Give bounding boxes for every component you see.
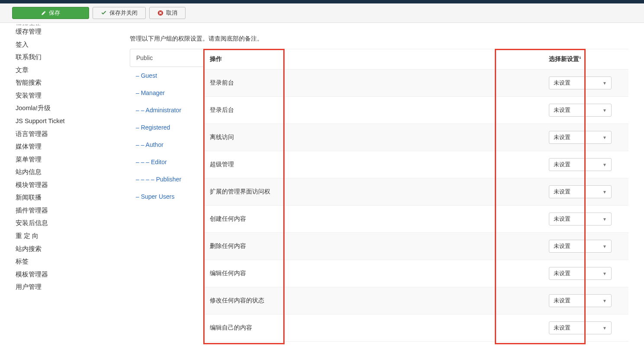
save-button[interactable]: 保存 (12, 7, 89, 19)
permission-select[interactable]: 未设置▼ (549, 267, 612, 280)
permissions-intro: 管理以下用户组的权限设置。请查阅底部的备注。 (130, 35, 628, 43)
permission-select-value: 未设置 (554, 133, 570, 141)
permissions-wrap: Public– Guest– Manager– – Administrator–… (130, 49, 628, 342)
sidebar-item[interactable]: 缓存管理 (16, 25, 121, 38)
chevron-down-icon: ▼ (602, 81, 607, 86)
sidebar-item[interactable]: 横幅广告 (16, 21, 121, 25)
permissions-table: 操作 选择新设置¹ 登录前台未设置▼登录后台未设置▼离线访问未设置▼超级管理未设… (203, 49, 628, 342)
permission-action-label: 编辑任何内容 (204, 260, 542, 287)
permission-select-value: 未设置 (554, 161, 570, 168)
permission-select[interactable]: 未设置▼ (549, 294, 612, 307)
save-close-button-label: 保存并关闭 (109, 9, 138, 17)
usergroup-tab[interactable]: – Registered (130, 119, 203, 136)
permission-setting-cell: 未设置▼ (542, 178, 628, 205)
permission-select[interactable]: 未设置▼ (549, 321, 612, 334)
permission-row: 修改任何内容的状态未设置▼ (204, 287, 628, 314)
permissions-layout: Public– Guest– Manager– – Administrator–… (130, 49, 628, 342)
permission-setting-cell: 未设置▼ (542, 260, 628, 287)
permission-setting-cell: 未设置▼ (542, 97, 628, 124)
permission-select[interactable]: 未设置▼ (549, 104, 612, 117)
header-action: 操作 (204, 49, 542, 70)
usergroup-tab[interactable]: – Manager (130, 84, 203, 102)
permission-action-label: 创建任何内容 (204, 206, 542, 232)
chevron-down-icon: ▼ (602, 135, 607, 140)
usergroup-tab[interactable]: – – Author (130, 136, 203, 153)
permission-select-value: 未设置 (554, 297, 570, 305)
permission-select-value: 未设置 (554, 106, 570, 114)
permission-select[interactable]: 未设置▼ (549, 158, 612, 171)
permission-setting-cell: 未设置▼ (542, 287, 628, 314)
permission-select[interactable]: 未设置▼ (549, 240, 612, 253)
permission-select[interactable]: 未设置▼ (549, 131, 612, 144)
permission-setting-cell: 未设置▼ (542, 206, 628, 232)
sidebar-item[interactable]: 签入 (16, 38, 121, 51)
cancel-button-label: 取消 (166, 9, 177, 17)
permission-select-value: 未设置 (554, 79, 570, 87)
top-bar (0, 0, 644, 3)
permission-row: 删除任何内容未设置▼ (204, 233, 628, 260)
permission-select[interactable]: 未设置▼ (549, 76, 612, 89)
usergroup-tab[interactable]: – – – Editor (130, 153, 203, 171)
sidebar-item[interactable]: 安装管理 (16, 89, 121, 102)
permission-action-label: 编辑自己的内容 (204, 314, 542, 341)
sidebar-item[interactable]: 媒体管理 (16, 140, 121, 153)
sidebar-item[interactable]: 模板管理器 (16, 268, 121, 281)
save-button-label: 保存 (49, 9, 60, 17)
chevron-down-icon: ▼ (602, 271, 607, 276)
sidebar-item[interactable]: JS Support Ticket (16, 115, 121, 128)
cancel-icon (157, 10, 163, 16)
usergroup-tab[interactable]: – – – – Publisher (130, 171, 203, 188)
sidebar-item[interactable]: 文章 (16, 64, 121, 77)
sidebar-item[interactable]: 新闻联播 (16, 191, 121, 204)
permission-setting-cell: 未设置▼ (542, 314, 628, 341)
sidebar-item[interactable]: 站内信息 (16, 166, 121, 179)
sidebar-item[interactable]: Joomla!升级 (16, 102, 121, 115)
permission-setting-cell: 未设置▼ (542, 233, 628, 260)
usergroup-tab[interactable]: – Super Users (130, 188, 203, 205)
permission-select-value: 未设置 (554, 215, 570, 223)
sidebar-item[interactable]: 标签 (16, 255, 121, 268)
permission-action-label: 登录前台 (204, 70, 542, 96)
permission-setting-cell: 未设置▼ (542, 70, 628, 96)
usergroup-tabs: Public– Guest– Manager– – Administrator–… (130, 49, 203, 342)
toolbar: 保存 保存并关闭 取消 (0, 3, 644, 23)
sidebar-item[interactable]: 语言管理器 (16, 128, 121, 141)
permission-row: 创建任何内容未设置▼ (204, 206, 628, 233)
permission-action-label: 扩展的管理界面访问权 (204, 178, 542, 205)
header-setting: 选择新设置¹ (542, 49, 628, 70)
sidebar-item[interactable]: 智能搜索 (16, 76, 121, 89)
permission-action-label: 离线访问 (204, 124, 542, 151)
permission-row: 离线访问未设置▼ (204, 124, 628, 151)
sidebar-item[interactable]: 站内搜索 (16, 243, 121, 256)
permission-select-value: 未设置 (554, 270, 570, 277)
cancel-button[interactable]: 取消 (149, 7, 186, 19)
check-icon (101, 10, 107, 16)
permission-select-value: 未设置 (554, 242, 570, 250)
permission-setting-cell: 未设置▼ (542, 151, 628, 178)
sidebar-item[interactable]: 安装后信息 (16, 217, 121, 230)
permission-row: 超级管理未设置▼ (204, 151, 628, 178)
permission-action-label: 删除任何内容 (204, 233, 542, 260)
save-close-button[interactable]: 保存并关闭 (93, 7, 146, 19)
sidebar-item[interactable]: 重 定 向 (16, 230, 121, 243)
permission-setting-cell: 未设置▼ (542, 124, 628, 151)
usergroup-tab[interactable]: – – Administrator (130, 102, 203, 119)
sidebar-item[interactable]: 插件管理器 (16, 204, 121, 217)
permission-select[interactable]: 未设置▼ (549, 185, 612, 198)
chevron-down-icon: ▼ (602, 108, 607, 113)
sidebar-item[interactable]: 联系我们 (16, 51, 121, 64)
permission-row: 登录前台未设置▼ (204, 70, 628, 97)
chevron-down-icon: ▼ (602, 162, 607, 167)
usergroup-tab[interactable]: Public (130, 49, 204, 67)
sidebar-item[interactable]: 菜单管理 (16, 153, 121, 166)
chevron-down-icon: ▼ (602, 190, 607, 194)
permission-row: 编辑任何内容未设置▼ (204, 260, 628, 287)
usergroup-tab[interactable]: – Guest (130, 67, 203, 84)
permission-select[interactable]: 未设置▼ (549, 213, 612, 225)
sidebar-item[interactable]: 用户管理 (16, 281, 121, 294)
permission-select-value: 未设置 (554, 324, 570, 332)
permission-row: 编辑自己的内容未设置▼ (204, 314, 628, 342)
sidebar-item[interactable]: 模块管理器 (16, 179, 121, 192)
permissions-header: 操作 选择新设置¹ (204, 49, 628, 70)
sidebar: 横幅广告缓存管理签入联系我们文章智能搜索安装管理Joomla!升级JS Supp… (0, 23, 121, 354)
